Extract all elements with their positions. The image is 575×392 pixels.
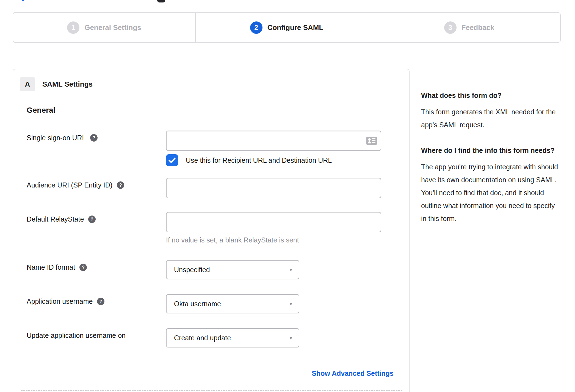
- step-general-settings[interactable]: 1 General Settings: [13, 13, 195, 42]
- relay-state-label: Default RelayState: [27, 215, 84, 223]
- step-number-badge: 3: [444, 21, 457, 34]
- name-id-format-label: Name ID format: [27, 263, 75, 272]
- wizard-stepper: 1 General Settings 2 Configure SAML 3 Fe…: [13, 12, 561, 43]
- cutoff-blue-fragment: [22, 0, 24, 1]
- step-label: Configure SAML: [267, 23, 324, 32]
- help-icon[interactable]: ?: [117, 181, 124, 189]
- show-advanced-settings-link[interactable]: Show Advanced Settings: [312, 369, 394, 377]
- contact-card-icon[interactable]: [366, 137, 377, 145]
- chevron-down-icon: ▾: [289, 335, 292, 341]
- audience-uri-input[interactable]: [166, 178, 381, 198]
- help-icon[interactable]: ?: [90, 134, 98, 142]
- panel-title: SAML Settings: [42, 80, 93, 89]
- step-label: Feedback: [461, 23, 494, 32]
- sidebar-answer-1: This form generates the XML needed for t…: [421, 106, 560, 131]
- section-a-badge: A: [20, 77, 35, 91]
- sidebar-question-2: Where do I find the info this form needs…: [421, 145, 560, 156]
- sso-url-label: Single sign-on URL: [27, 133, 86, 142]
- recipient-url-checkbox-label: Use this for Recipient URL and Destinati…: [186, 156, 332, 164]
- help-icon[interactable]: ?: [79, 264, 87, 271]
- help-icon[interactable]: ?: [88, 216, 96, 223]
- update-username-value: Create and update: [174, 334, 231, 342]
- step-label: General Settings: [84, 23, 141, 32]
- saml-settings-panel: A SAML Settings General Single sign-on U…: [13, 69, 410, 392]
- name-id-format-value: Unspecified: [174, 266, 210, 274]
- name-id-format-select[interactable]: Unspecified ▾: [166, 260, 299, 279]
- step-feedback[interactable]: 3 Feedback: [378, 13, 560, 42]
- sso-url-input[interactable]: [166, 131, 381, 151]
- help-sidebar: What does this form do? This form genera…: [421, 69, 560, 239]
- cutoff-logo-fragment: [157, 0, 165, 2]
- sidebar-answer-2: The app you're trying to integrate with …: [421, 161, 560, 225]
- audience-uri-label: Audience URI (SP Entity ID): [27, 181, 112, 189]
- relay-state-input[interactable]: [166, 212, 381, 232]
- recipient-url-checkbox[interactable]: [166, 154, 178, 166]
- relay-state-hint: If no value is set, a blank RelayState i…: [166, 236, 381, 244]
- app-username-label: Application username: [27, 297, 93, 306]
- chevron-down-icon: ▾: [289, 301, 292, 307]
- step-number-badge: 2: [250, 21, 262, 34]
- help-icon[interactable]: ?: [97, 298, 104, 305]
- update-username-label: Update application username on: [27, 331, 126, 340]
- update-username-select[interactable]: Create and update ▾: [166, 328, 299, 347]
- sidebar-question-1: What does this form do?: [421, 90, 560, 101]
- section-divider: [21, 390, 402, 391]
- general-heading: General: [27, 106, 409, 115]
- checkmark-icon: [168, 157, 176, 163]
- app-username-value: Okta username: [174, 300, 221, 308]
- step-number-badge: 1: [67, 21, 79, 34]
- step-configure-saml[interactable]: 2 Configure SAML: [195, 13, 378, 42]
- app-username-select[interactable]: Okta username ▾: [166, 294, 299, 313]
- chevron-down-icon: ▾: [289, 267, 292, 273]
